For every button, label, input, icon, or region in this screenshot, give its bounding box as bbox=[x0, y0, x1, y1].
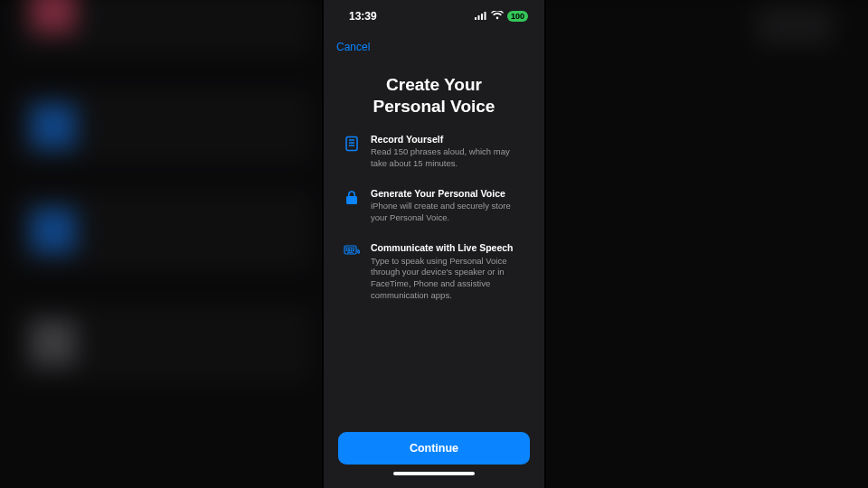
feature-record: Record Yourself Read 150 phrases aloud, … bbox=[344, 134, 524, 170]
wifi-icon bbox=[491, 10, 504, 23]
feature-body: iPhone will create and securely store yo… bbox=[371, 201, 524, 224]
title-line-1: Create Your bbox=[386, 75, 482, 94]
status-bar: 13:39 100 bbox=[324, 0, 544, 33]
phone-frame: 13:39 100 Cancel Create Your Personal Vo… bbox=[322, 0, 546, 488]
svg-rect-4 bbox=[346, 136, 357, 150]
feature-heading: Communicate with Live Speech bbox=[371, 242, 524, 255]
feature-heading: Generate Your Personal Voice bbox=[371, 188, 524, 201]
cellular-icon bbox=[475, 10, 487, 23]
status-time: 13:39 bbox=[349, 10, 377, 23]
home-indicator[interactable] bbox=[393, 472, 475, 475]
feature-body: Type to speak using Personal Voice throu… bbox=[371, 256, 524, 302]
svg-rect-2 bbox=[481, 14, 483, 20]
svg-point-16 bbox=[354, 250, 354, 251]
svg-point-13 bbox=[346, 250, 347, 251]
footer: Continue bbox=[324, 432, 544, 488]
cancel-button[interactable]: Cancel bbox=[336, 41, 370, 53]
feature-generate: Generate Your Personal Voice iPhone will… bbox=[344, 188, 524, 224]
nav-bar: Cancel bbox=[324, 33, 544, 56]
keyboard-speech-icon bbox=[344, 242, 360, 257]
script-icon bbox=[344, 134, 360, 152]
lock-icon bbox=[344, 188, 360, 206]
svg-rect-0 bbox=[475, 17, 476, 20]
svg-point-11 bbox=[351, 248, 352, 249]
feature-body: Read 150 phrases aloud, which may take a… bbox=[371, 146, 524, 170]
status-indicators: 100 bbox=[475, 10, 528, 23]
svg-point-14 bbox=[349, 250, 350, 251]
feature-heading: Record Yourself bbox=[371, 134, 524, 146]
feature-communicate: Communicate with Live Speech Type to spe… bbox=[344, 242, 524, 302]
svg-point-12 bbox=[354, 248, 354, 249]
svg-point-9 bbox=[346, 248, 347, 249]
svg-rect-3 bbox=[484, 12, 486, 20]
page-title: Create Your Personal Voice bbox=[324, 56, 544, 134]
svg-point-10 bbox=[349, 248, 350, 249]
continue-button[interactable]: Continue bbox=[338, 432, 530, 465]
svg-rect-1 bbox=[477, 15, 479, 20]
battery-indicator: 100 bbox=[507, 11, 528, 22]
title-line-2: Personal Voice bbox=[373, 97, 495, 116]
feature-list: Record Yourself Read 150 phrases aloud, … bbox=[324, 134, 544, 433]
svg-point-15 bbox=[351, 250, 352, 251]
